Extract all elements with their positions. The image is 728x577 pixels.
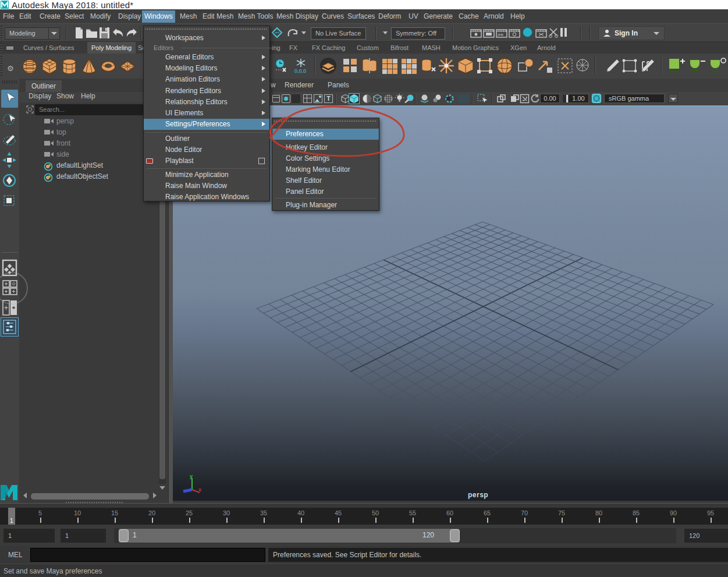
svg-text:x: x <box>198 487 201 493</box>
svg-text:IPR: IPR <box>498 33 504 37</box>
svg-text:y: y <box>190 473 193 479</box>
svg-text:0,0,0: 0,0,0 <box>294 68 306 74</box>
